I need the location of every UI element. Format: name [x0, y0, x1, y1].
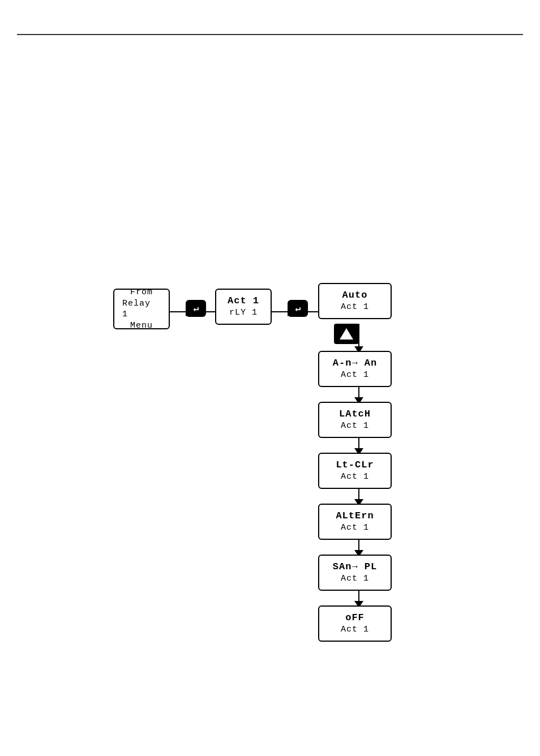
act-line1: Act 1 — [228, 295, 259, 307]
latch-line2: Act 1 — [341, 420, 369, 432]
off-line1: oFF — [345, 612, 365, 624]
altern-box: ALtErn Act 1 — [318, 504, 392, 540]
enter-button-1[interactable]: ↵ — [186, 300, 206, 317]
triangle-up-icon — [340, 328, 353, 340]
enter-button-2[interactable]: ↵ — [288, 300, 308, 317]
relay1-label: Relay 1 — [122, 298, 161, 320]
ltclr-line2: Act 1 — [341, 471, 369, 483]
top-rule — [17, 34, 523, 35]
latch-box: LAtcH Act 1 — [318, 402, 392, 438]
samppl-line1: SAn→ PL — [333, 561, 377, 573]
off-line2: Act 1 — [341, 624, 369, 635]
arrow-auto-to-anoan — [354, 324, 363, 353]
anoan-line1: A-n→ An — [333, 357, 377, 370]
samp-pl-box: SAn→ PL Act 1 — [318, 555, 392, 591]
altern-line1: ALtErn — [336, 510, 374, 522]
menu-label: Menu — [130, 320, 153, 332]
a-no-an-box: A-n→ An Act 1 — [318, 351, 392, 387]
anoan-line2: Act 1 — [341, 370, 369, 381]
off-box: oFF Act 1 — [318, 605, 392, 642]
auto-line1: Auto — [342, 289, 368, 302]
ltclr-line1: Lt-CLr — [336, 459, 374, 471]
latch-line1: LAtcH — [339, 408, 371, 420]
altern-line2: Act 1 — [341, 522, 369, 534]
from-label: From — [130, 287, 153, 298]
auto-line2: Act 1 — [341, 302, 369, 313]
samppl-line2: Act 1 — [341, 573, 369, 585]
from-relay-menu-box: From Relay 1 Menu — [113, 289, 170, 329]
act-line2: rLY 1 — [229, 307, 258, 319]
lt-clr-box: Lt-CLr Act 1 — [318, 453, 392, 489]
act-rly-box: Act 1 rLY 1 — [215, 289, 272, 325]
auto-box: Auto Act 1 — [318, 283, 392, 319]
